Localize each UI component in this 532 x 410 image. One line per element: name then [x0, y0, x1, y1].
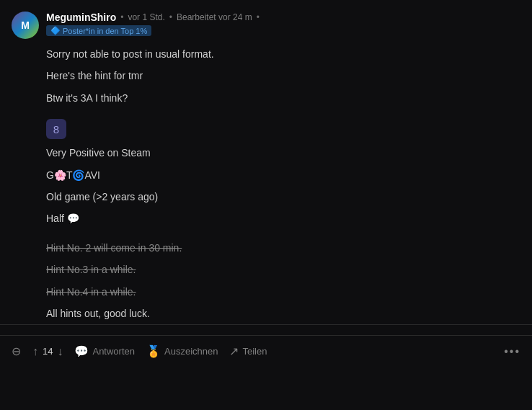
hint-2-schedule: Hint No. 2 will come in 30 min.	[46, 240, 520, 256]
hints-scheduled: Hint No. 2 will come in 30 min. Hint No.…	[46, 240, 520, 322]
clue-steam: Very Positive on Steam	[46, 145, 520, 161]
downvote-button[interactable]: ⊖	[12, 344, 21, 358]
upvote-icon: ↑	[32, 345, 38, 358]
downvote-icon: ⊖	[12, 344, 21, 358]
badge-text: Poster*in in den Top 1%	[63, 27, 147, 35]
action-bar: ⊖ ↑ 14 ↓ 💬 Antworten 🏅 Auszeichnen ↗ Tei…	[0, 335, 532, 367]
clues-section: Very Positive on Steam G🌸T🌀AVI Old game …	[46, 145, 520, 227]
header-info: MeguminShiro • vor 1 Std. • Bearbeitet v…	[46, 12, 260, 36]
spacer-1	[46, 109, 520, 119]
separator-dot2: •	[169, 12, 172, 22]
award-icon: 🏅	[146, 344, 161, 358]
award-button[interactable]: 🏅 Auszeichnen	[146, 344, 218, 358]
share-icon: ↗	[229, 344, 239, 358]
hint-4-schedule: Hint No.4 in a while.	[46, 284, 520, 300]
vote-section: ↑ 14 ↓	[32, 345, 63, 358]
hint-number-badge: 8	[46, 119, 66, 139]
more-icon: •••	[504, 345, 520, 358]
clue-genre: G🌸T🌀AVI	[46, 167, 520, 183]
hint-3-schedule: Hint No.3 in a while.	[46, 262, 520, 277]
post-body: Sorry not able to post in usual format. …	[46, 46, 520, 321]
upvote-button[interactable]: ↑	[32, 345, 38, 358]
separator-dot3: •	[257, 12, 260, 22]
timestamp-edited: Bearbeitet vor 24 m	[177, 12, 252, 22]
final-message: All hints out, good luck.	[46, 306, 520, 321]
divider	[0, 324, 532, 325]
badge-container: 🔷 Poster*in in den Top 1%	[46, 25, 260, 36]
share-label: Teilen	[242, 346, 267, 357]
post-container: M MeguminShiro • vor 1 Std. • Bearbeitet…	[0, 0, 532, 321]
downvote-arrow-icon: ↓	[57, 345, 63, 358]
badge-icon: 🔷	[50, 26, 61, 35]
username[interactable]: MeguminShiro	[46, 12, 116, 23]
clue-half: Half 💬	[46, 210, 520, 226]
more-button[interactable]: •••	[504, 345, 520, 358]
hint-number: 8	[53, 123, 59, 135]
line-1: Sorry not able to post in usual format.	[46, 46, 520, 62]
spacer-2	[46, 230, 520, 240]
line-2: Here's the hint for tmr	[46, 68, 520, 84]
reply-icon: 💬	[74, 344, 89, 358]
share-button[interactable]: ↗ Teilen	[229, 344, 267, 358]
reply-button[interactable]: 💬 Antworten	[74, 344, 135, 358]
clue-age: Old game (>2 years ago)	[46, 189, 520, 205]
post-header: M MeguminShiro • vor 1 Std. • Bearbeitet…	[12, 12, 520, 39]
timestamp-posted: vor 1 Std.	[128, 12, 164, 22]
award-label: Auszeichnen	[164, 346, 218, 357]
reply-label: Antworten	[92, 346, 135, 357]
avatar: M	[12, 12, 39, 39]
line-3: Btw it's 3A I think?	[46, 90, 520, 106]
post-intro: Sorry not able to post in usual format. …	[46, 46, 520, 106]
header-top: MeguminShiro • vor 1 Std. • Bearbeitet v…	[46, 12, 260, 23]
separator-dot: •	[120, 12, 123, 22]
downvote-arrow-button[interactable]: ↓	[57, 345, 63, 358]
vote-count: 14	[43, 346, 53, 357]
top-poster-badge: 🔷 Poster*in in den Top 1%	[46, 25, 151, 36]
